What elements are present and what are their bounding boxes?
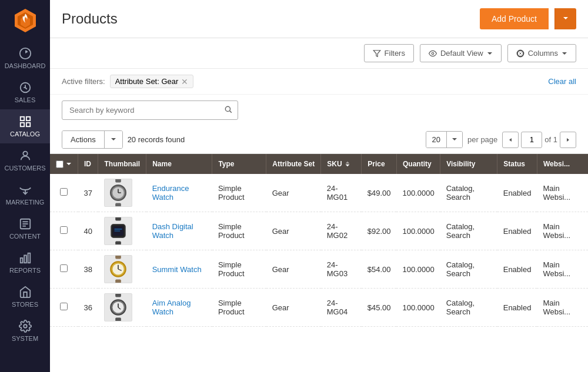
row-checkbox-cell (50, 174, 78, 212)
row-select-checkbox[interactable] (60, 188, 68, 196)
th-price[interactable]: Price (362, 154, 397, 174)
row-name[interactable]: Dash Digital Watch (146, 212, 212, 250)
sidebar-item-customers[interactable]: CUSTOMERS (0, 143, 50, 177)
row-id: 36 (78, 289, 98, 327)
filter-tag-attribute-set: Attribute Set: Gear ✕ (110, 75, 194, 88)
row-quantity: 100.0000 (396, 212, 440, 250)
sidebar-item-label: CONTENT (9, 233, 41, 240)
search-submit-button[interactable] (218, 100, 238, 120)
active-filters-bar: Active filters: Attribute Set: Gear ✕ Cl… (50, 69, 588, 95)
page-header: Products Add Product (50, 0, 588, 38)
per-page-select: 20 (426, 131, 463, 148)
header-checkbox-arrow-icon[interactable] (66, 161, 72, 167)
row-name[interactable]: Endurance Watch (146, 174, 212, 212)
svg-rect-42 (115, 318, 121, 321)
sidebar-item-label: MARKETING (6, 199, 44, 206)
th-type[interactable]: Type (212, 154, 266, 174)
th-status[interactable]: Status (497, 154, 537, 174)
sales-icon (19, 81, 32, 94)
row-type: Simple Product (212, 174, 266, 212)
records-bar-right: 20 per page of 1 (426, 131, 576, 148)
search-bar (50, 95, 588, 126)
search-input[interactable] (62, 100, 238, 120)
svg-rect-24 (115, 203, 121, 207)
filter-tag-remove-button[interactable]: ✕ (181, 78, 188, 86)
sidebar-item-catalog[interactable]: CATALOG (0, 109, 50, 143)
row-status: Enabled (497, 174, 537, 212)
records-bar: Actions 20 records found 20 (50, 126, 588, 154)
columns-icon (516, 49, 524, 58)
actions-dropdown: Actions (62, 130, 123, 149)
select-all-checkbox[interactable] (56, 160, 64, 168)
add-product-button[interactable]: Add Product (480, 8, 549, 29)
actions-button[interactable]: Actions (62, 131, 104, 148)
table-row: 38 Summit Watch Simple Product Gear 24-M… (50, 250, 588, 289)
clear-all-link[interactable]: Clear all (548, 77, 576, 86)
row-checkbox-cell (50, 289, 78, 327)
products-table-wrap: ID Thumbnail Name Type Attribute Set SKU (50, 154, 588, 327)
svg-rect-8 (20, 123, 24, 126)
th-quantity[interactable]: Quantity (396, 154, 440, 174)
eye-icon (429, 49, 437, 58)
next-page-button[interactable] (560, 132, 576, 148)
sidebar-item-content[interactable]: CONTENT (0, 212, 50, 246)
row-name[interactable]: Summit Watch (146, 250, 212, 289)
sidebar-item-stores[interactable]: STORES (0, 280, 50, 314)
row-select-checkbox[interactable] (60, 226, 68, 234)
row-name[interactable]: Aim Analog Watch (146, 289, 212, 327)
logo[interactable] (0, 0, 50, 41)
svg-rect-30 (115, 242, 121, 245)
table-row: 36 Aim Analog Watch Simple Product Gear … (50, 289, 588, 327)
row-type: Simple Product (212, 212, 266, 250)
records-count: 20 records found (128, 135, 185, 144)
sidebar-item-system[interactable]: SYSTEM (0, 314, 50, 348)
row-thumbnail (98, 250, 146, 289)
default-view-label: Default View (440, 49, 483, 58)
row-sku: 24-MG04 (321, 289, 362, 327)
row-attribute-set: Gear (266, 174, 321, 212)
per-page-dropdown-button[interactable] (446, 132, 462, 148)
svg-rect-23 (115, 179, 121, 182)
sidebar-item-marketing[interactable]: MARKETING (0, 177, 50, 212)
header-actions: Add Product (480, 8, 576, 29)
row-attribute-set: Gear (266, 250, 321, 289)
sku-sort-icon (345, 160, 350, 167)
row-checkbox-cell (50, 250, 78, 289)
row-thumbnail (98, 289, 146, 327)
svg-rect-29 (115, 217, 121, 220)
row-websites: Main Websi... (537, 289, 588, 327)
th-id[interactable]: ID (78, 154, 98, 174)
per-page-value: 20 (426, 132, 446, 148)
row-select-checkbox[interactable] (60, 303, 68, 310)
sidebar-item-label: STORES (12, 301, 38, 308)
add-product-dropdown-button[interactable] (554, 8, 576, 29)
prev-page-button[interactable] (502, 132, 519, 148)
row-price: $54.00 (362, 250, 397, 289)
sidebar-item-sales[interactable]: SALES (0, 75, 50, 109)
th-name[interactable]: Name (146, 154, 212, 174)
sidebar-item-label: REPORTS (9, 267, 41, 274)
columns-button[interactable]: Columns (507, 44, 576, 62)
page-title: Products (62, 11, 118, 27)
th-attribute-set[interactable]: Attribute Set (266, 154, 321, 174)
filters-button[interactable]: Filters (364, 44, 414, 62)
row-select-checkbox[interactable] (60, 264, 68, 272)
records-bar-left: Actions 20 records found (62, 130, 185, 149)
th-select-all (50, 154, 78, 174)
default-view-button[interactable]: Default View (420, 44, 502, 62)
svg-rect-15 (20, 258, 22, 263)
sidebar-item-reports[interactable]: REPORTS (0, 246, 50, 280)
actions-dropdown-arrow[interactable] (104, 131, 122, 148)
row-status: Enabled (497, 212, 537, 250)
current-page-input[interactable] (521, 132, 542, 148)
th-sku[interactable]: SKU (321, 154, 362, 174)
row-checkbox-cell (50, 212, 78, 250)
th-websites[interactable]: Websi... (537, 154, 588, 174)
svg-rect-41 (115, 293, 121, 297)
reports-icon (19, 252, 32, 264)
row-sku: 24-MG02 (321, 212, 362, 250)
th-visibility[interactable]: Visibility (440, 154, 497, 174)
svg-marker-19 (373, 50, 380, 56)
row-quantity: 100.0000 (396, 250, 440, 289)
sidebar-item-dashboard[interactable]: DASHBOARD (0, 41, 50, 75)
